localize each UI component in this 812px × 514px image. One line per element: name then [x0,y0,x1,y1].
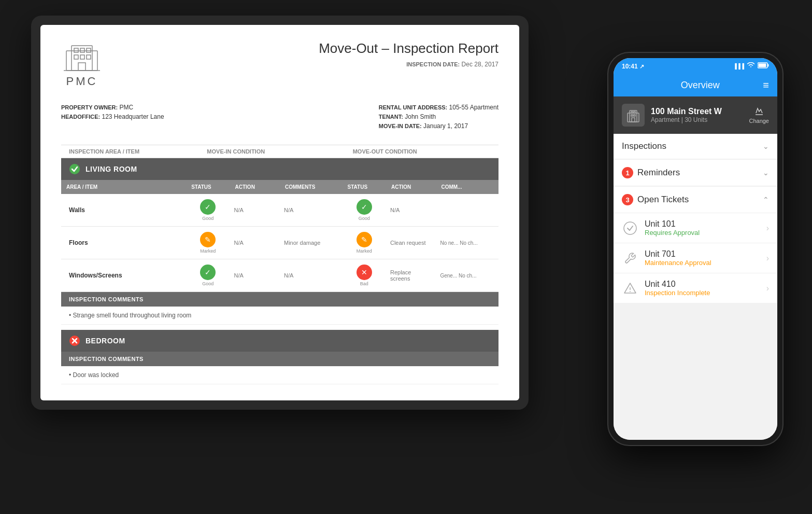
list-area[interactable]: Inspections ⌄ 1 Reminders ⌄ [614,134,777,440]
date-label: INSPECTION DATE: [406,61,460,67]
ticket-item[interactable]: Unit 410 Inspection Incomplete › [614,273,777,303]
reminders-header[interactable]: 1 Reminders ⌄ [614,160,777,186]
unit-410-info: Unit 410 Inspection Incomplete [645,280,766,297]
action1-col: ACTION [230,180,280,194]
inspections-title: Inspections [622,141,666,151]
time-display: 10:41 ↗ [622,63,644,70]
windows-status1: ✓ Good [186,265,230,286]
svg-rect-19 [631,112,633,113]
movein-value: January 1, 2017 [423,122,468,130]
property-building-icon [622,104,645,127]
reminders-badge: 1 [622,167,633,178]
floors-action2: Clean request [386,240,436,246]
col-area-header: INSPECTION AREA / ITEM [61,148,207,155]
svg-rect-1 [72,46,92,71]
living-room-title: LIVING ROOM [86,165,137,173]
svg-rect-15 [768,64,769,67]
report-content: PMC Move-Out – Inspection Report INSPECT… [40,25,519,400]
bedroom-title: BEDROOM [86,337,125,345]
tenant-value: John Smith [405,113,436,120]
building-icon [61,40,103,72]
signal-icon: ▐▐▐ [733,63,744,69]
change-label: Change [749,118,769,124]
floors-comments1: Minor damage [280,240,343,246]
floors-status1: ✎ Marked [186,232,230,254]
property-info: 100 Main Street W Apartment | 30 Units [651,107,743,123]
phone-screen: 10:41 ↗ ▐▐▐ [614,58,777,440]
svg-rect-16 [759,64,766,67]
bedroom-comments-header: INSPECTION COMMENTS [61,352,498,366]
windows-comments2: Gene... No ch... [436,273,498,279]
bedroom-comment: • Door was locked [61,366,498,384]
walls-comments1: N/A [280,207,343,213]
reminders-title: Reminders [637,168,680,178]
comments1-col: COMMENTS [280,180,343,194]
x-circle-icon [69,335,80,346]
svg-rect-21 [631,115,633,116]
walls-status1: ✓ Good [186,199,230,221]
status2-col: STATUS [343,180,386,194]
unit-701-info: Unit 701 Maintenance Approval [645,249,766,267]
table-row: Floors ✎ Marked N/A Minor damage ✎ Marke… [61,227,498,259]
inspections-header[interactable]: Inspections ⌄ [614,134,777,159]
unit-101-status: Requires Approval [645,229,766,237]
svg-point-25 [624,222,636,234]
inspection-comment: • Strange smell found throughout living … [61,307,498,325]
svg-rect-2 [74,48,78,52]
svg-point-27 [630,291,631,291]
check-circle-icon [69,163,80,175]
ticket-chevron: › [766,254,769,263]
item-name-walls: Walls [61,206,186,214]
hamburger-icon[interactable]: ≡ [763,79,769,91]
meta-left: PROPERTY OWNER: PMC HEADOFFICE: 123 Head… [61,104,164,132]
headoffice-label: HEADOFFICE: [61,114,100,120]
svg-rect-6 [80,55,84,59]
report-logo: PMC [61,40,103,88]
svg-rect-5 [74,55,78,59]
bedroom-section: BEDROOM INSPECTION COMMENTS • Door was l… [61,330,498,384]
svg-rect-3 [80,48,84,52]
svg-rect-0 [66,51,97,71]
unit-701-status: Maintenance Approval [645,259,766,267]
unit-410-name: Unit 410 [645,280,766,289]
unit-701-name: Unit 701 [645,249,766,259]
phone: 10:41 ↗ ▐▐▐ [607,52,783,446]
open-tickets-header[interactable]: 3 Open Tickets ⌃ [614,187,777,213]
warning-icon [622,280,638,297]
ticket-chevron: › [766,284,769,293]
wrench-icon [622,250,638,267]
address-label: RENTAL UNIT ADDRESS: [379,104,447,110]
col-moveout-header: MOVE-OUT CONDITION [353,148,498,155]
living-room-header: LIVING ROOM [61,158,498,180]
ticket-item[interactable]: Unit 101 Requires Approval › [614,213,777,243]
tenant-label: TENANT: [379,114,403,120]
svg-rect-8 [78,63,86,71]
bedroom-header: BEDROOM [61,330,498,352]
company-name: PMC [66,75,98,88]
action2-col: ACTION [386,180,436,194]
tablet-screen: PMC Move-Out – Inspection Report INSPECT… [40,25,519,400]
item-name-floors: Floors [61,239,186,246]
battery-icon [758,62,769,70]
open-tickets-section: 3 Open Tickets ⌃ Unit 101 [614,187,777,303]
property-name: 100 Main Street W [651,107,743,116]
floors-action1: N/A [230,240,280,246]
windows-action2: Replace screens [386,269,436,282]
wifi-icon [747,62,755,70]
report-meta: PROPERTY OWNER: PMC HEADOFFICE: 123 Head… [61,104,498,132]
status-bar: 10:41 ↗ ▐▐▐ [614,58,777,74]
svg-rect-23 [632,118,635,122]
change-property-button[interactable]: Change [749,107,769,124]
ticket-item[interactable]: Unit 701 Maintenance Approval › [614,243,777,273]
nav-bar: Overview ≡ [614,74,777,96]
open-tickets-badge: 3 [622,194,633,205]
open-tickets-chevron: ⌃ [763,196,769,204]
date-value: Dec 28, 2017 [462,61,498,68]
svg-rect-7 [87,55,91,59]
property-type: Apartment | 30 Units [651,116,743,123]
status-icons: ▐▐▐ [733,62,769,70]
walls-status2: ✓ Good [343,199,386,221]
table-row: Walls ✓ Good N/A N/A ✓ Good N/A [61,194,498,227]
windows-status2: ✕ Bad [343,265,386,286]
svg-rect-20 [634,112,635,113]
